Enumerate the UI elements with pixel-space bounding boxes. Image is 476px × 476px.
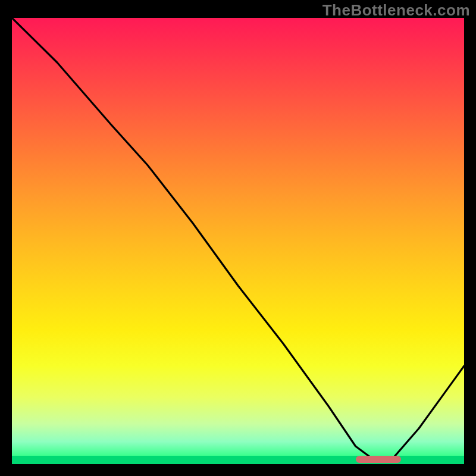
optimal-range-marker	[356, 456, 401, 463]
plot-area	[12, 18, 464, 464]
curve-svg	[12, 18, 464, 464]
bottleneck-curve	[12, 18, 464, 460]
chart-frame: TheBottleneck.com	[0, 0, 476, 476]
watermark-text: TheBottleneck.com	[322, 1, 470, 20]
